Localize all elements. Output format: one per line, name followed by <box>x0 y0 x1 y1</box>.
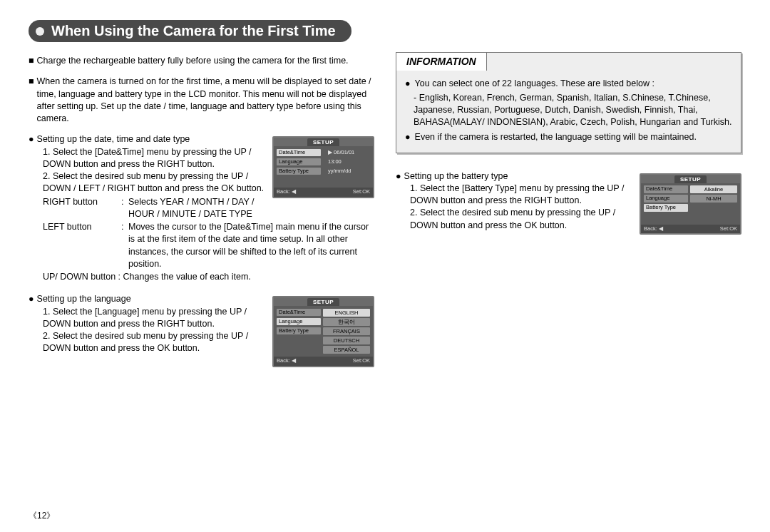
info-p1: You can select one of 22 languages. Thes… <box>415 78 654 90</box>
dot-bullet-icon: ● <box>405 131 411 143</box>
information-box: INFORMATION ●You can select one of 22 la… <box>396 52 741 153</box>
page-title: When Using the Camera for the First Time <box>29 20 351 42</box>
lcd-row-battery: Battery Type <box>644 204 688 211</box>
lcd-row-lang: Language <box>277 318 321 325</box>
language-section: SETUP Date&TimeENGLISH Language한국어 Batte… <box>29 293 374 369</box>
dot-bullet-icon: ● <box>29 134 34 144</box>
lcd-date-screenshot: SETUP Date&Time▶ 06/01/01 Language13:00 … <box>272 136 374 198</box>
lcd-setup-tab: SETUP <box>307 298 339 306</box>
left-button-label: LEFT button <box>43 221 121 270</box>
lcd-row-date: Date&Time <box>644 185 688 193</box>
lcd-setup-tab: SETUP <box>674 175 707 183</box>
lcd-back: Back: ◀ <box>277 188 296 195</box>
lcd-set: Set:OK <box>720 225 737 232</box>
dot-bullet-icon: ● <box>396 171 401 181</box>
lcd-row-date: Date&Time <box>277 309 321 316</box>
info-p2: Even if the camera is restarted, the lan… <box>415 131 697 143</box>
date-section: SETUP Date&Time▶ 06/01/01 Language13:00 … <box>29 133 374 283</box>
lcd-lang3: FRANÇAIS <box>323 327 370 335</box>
square-bullet-icon: ■ <box>29 55 34 67</box>
para1: Charge the rechargeable battery fully be… <box>37 55 374 67</box>
information-heading: INFORMATION <box>396 52 487 71</box>
lcd-back: Back: ◀ <box>644 225 663 232</box>
lcd-back: Back: ◀ <box>277 357 296 364</box>
battery-section: SETUP Date&TimeAlkaline LanguageNi-MH Ba… <box>396 170 741 237</box>
lcd-val-date1: ▶ 06/01/01 <box>321 149 370 156</box>
left-column: ■ Charge the rechargeable battery fully … <box>29 52 374 376</box>
right-button-text: Selects YEAR / MONTH / DAY / HOUR / MINU… <box>128 196 267 221</box>
dot-bullet-icon: ● <box>405 78 411 90</box>
lcd-battery-screenshot: SETUP Date&TimeAlkaline LanguageNi-MH Ba… <box>640 173 741 235</box>
lcd-row-date: Date&Time <box>277 149 321 156</box>
right-button-label: RIGHT button <box>43 196 121 221</box>
info-p1-sub: - English, Korean, French, German, Spani… <box>405 92 732 129</box>
lcd-lang5: ESPAÑOL <box>323 346 370 354</box>
batt-heading: Setting up the battery type <box>404 171 508 181</box>
lang-heading: Setting up the language <box>37 294 131 304</box>
right-column: INFORMATION ●You can select one of 22 la… <box>396 52 741 376</box>
lcd-language-screenshot: SETUP Date&TimeENGLISH Language한국어 Batte… <box>272 296 374 367</box>
lcd-row-lang: Language <box>277 158 321 165</box>
lcd-set: Set:OK <box>353 188 370 195</box>
date-heading: Setting up the date, time and date type <box>37 134 190 144</box>
lcd-row-battery: Battery Type <box>277 327 321 334</box>
lcd-row-battery: Battery Type <box>277 168 321 175</box>
page-number: 《12》 <box>29 510 55 522</box>
lcd-row-lang: Language <box>644 195 688 202</box>
dot-bullet-icon: ● <box>29 294 34 304</box>
lcd-bat1: Alkaline <box>690 185 737 193</box>
lcd-val-date2: 13:00 <box>321 158 370 165</box>
square-bullet-icon: ■ <box>29 76 34 125</box>
title-text: When Using the Camera for the First Time <box>51 23 336 39</box>
lcd-lang1: ENGLISH <box>323 309 370 317</box>
lcd-bat2: Ni-MH <box>690 195 737 203</box>
lcd-set: Set:OK <box>353 357 370 364</box>
title-dot-icon <box>36 27 44 36</box>
colon: : <box>121 221 128 270</box>
left-button-text: Moves the cursor to the [Date&Time] main… <box>128 221 374 270</box>
updown-button-text: UP/ DOWN button : Changes the value of e… <box>43 271 374 283</box>
lcd-lang2: 한국어 <box>323 318 370 326</box>
lcd-lang4: DEUTSCH <box>323 337 370 344</box>
lcd-setup-tab: SETUP <box>307 138 339 146</box>
para2: When the camera is turned on for the fir… <box>37 76 374 125</box>
colon: : <box>121 196 128 221</box>
lcd-val-date3: yy/mm/dd <box>321 168 370 175</box>
